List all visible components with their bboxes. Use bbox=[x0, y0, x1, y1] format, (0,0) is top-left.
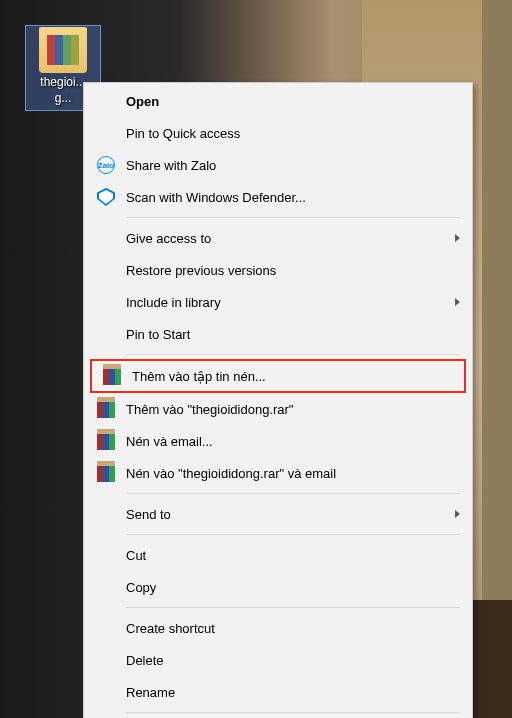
menu-include-library[interactable]: Include in library bbox=[86, 286, 470, 318]
menu-share-zalo[interactable]: Zalo Share with Zalo bbox=[86, 149, 470, 181]
highlight-annotation: Thêm vào tập tin nén... bbox=[90, 359, 466, 393]
menu-compress-named-email[interactable]: Nén vào "thegioididong.rar" và email bbox=[86, 457, 470, 489]
folder-icon bbox=[39, 27, 87, 73]
zalo-icon: Zalo bbox=[94, 153, 118, 177]
separator bbox=[126, 607, 460, 608]
winrar-icon bbox=[94, 429, 118, 453]
menu-label: Include in library bbox=[126, 295, 455, 310]
menu-rename[interactable]: Rename bbox=[86, 676, 470, 708]
menu-label: Create shortcut bbox=[126, 621, 460, 636]
spacer-icon bbox=[94, 258, 118, 282]
context-menu: Open Pin to Quick access Zalo Share with… bbox=[83, 82, 473, 718]
spacer-icon bbox=[94, 616, 118, 640]
winrar-icon bbox=[94, 397, 118, 421]
spacer-icon bbox=[94, 226, 118, 250]
winrar-icon bbox=[100, 364, 124, 388]
spacer-icon bbox=[94, 543, 118, 567]
spacer-icon bbox=[94, 502, 118, 526]
menu-label: Pin to Start bbox=[126, 327, 460, 342]
menu-open[interactable]: Open bbox=[86, 85, 470, 117]
menu-give-access[interactable]: Give access to bbox=[86, 222, 470, 254]
menu-label: Open bbox=[126, 94, 460, 109]
menu-scan-defender[interactable]: Scan with Windows Defender... bbox=[86, 181, 470, 213]
separator bbox=[126, 354, 460, 355]
menu-cut[interactable]: Cut bbox=[86, 539, 470, 571]
menu-label: Nén và email... bbox=[126, 434, 460, 449]
menu-label: Scan with Windows Defender... bbox=[126, 190, 460, 205]
menu-compress-email[interactable]: Nén và email... bbox=[86, 425, 470, 457]
menu-label: Share with Zalo bbox=[126, 158, 460, 173]
menu-add-named-archive[interactable]: Thêm vào "thegioididong.rar" bbox=[86, 393, 470, 425]
separator bbox=[126, 712, 460, 713]
submenu-arrow-icon bbox=[455, 234, 460, 242]
menu-pin-start[interactable]: Pin to Start bbox=[86, 318, 470, 350]
menu-add-archive[interactable]: Thêm vào tập tin nén... bbox=[92, 361, 464, 391]
spacer-icon bbox=[94, 322, 118, 346]
menu-create-shortcut[interactable]: Create shortcut bbox=[86, 612, 470, 644]
menu-label: Restore previous versions bbox=[126, 263, 460, 278]
separator bbox=[126, 534, 460, 535]
defender-shield-icon bbox=[94, 185, 118, 209]
menu-label: Cut bbox=[126, 548, 460, 563]
spacer-icon bbox=[94, 121, 118, 145]
winrar-icon bbox=[94, 461, 118, 485]
menu-label: Rename bbox=[126, 685, 460, 700]
menu-copy[interactable]: Copy bbox=[86, 571, 470, 603]
menu-label: Send to bbox=[126, 507, 455, 522]
spacer-icon bbox=[94, 290, 118, 314]
separator bbox=[126, 493, 460, 494]
menu-label: Thêm vào tập tin nén... bbox=[132, 369, 454, 384]
separator bbox=[126, 217, 460, 218]
menu-restore-versions[interactable]: Restore previous versions bbox=[86, 254, 470, 286]
spacer-icon bbox=[94, 89, 118, 113]
spacer-icon bbox=[94, 575, 118, 599]
menu-label: Thêm vào "thegioididong.rar" bbox=[126, 402, 460, 417]
submenu-arrow-icon bbox=[455, 510, 460, 518]
menu-delete[interactable]: Delete bbox=[86, 644, 470, 676]
menu-label: Delete bbox=[126, 653, 460, 668]
menu-label: Pin to Quick access bbox=[126, 126, 460, 141]
menu-pin-quick-access[interactable]: Pin to Quick access bbox=[86, 117, 470, 149]
menu-send-to[interactable]: Send to bbox=[86, 498, 470, 530]
spacer-icon bbox=[94, 680, 118, 704]
menu-label: Copy bbox=[126, 580, 460, 595]
spacer-icon bbox=[94, 648, 118, 672]
menu-label: Nén vào "thegioididong.rar" và email bbox=[126, 466, 460, 481]
menu-label: Give access to bbox=[126, 231, 455, 246]
submenu-arrow-icon bbox=[455, 298, 460, 306]
